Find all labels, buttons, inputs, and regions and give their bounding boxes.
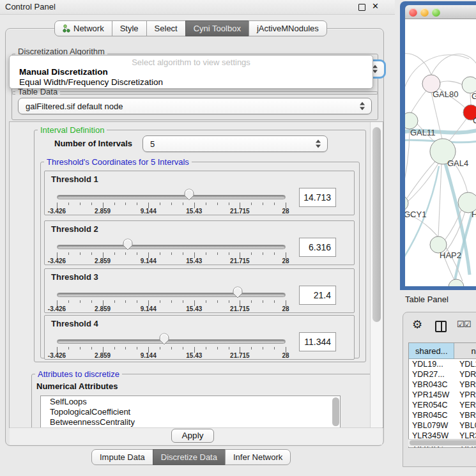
node-label: G — [472, 91, 476, 101]
table-row[interactable]: YBR045CYBR0 — [409, 410, 476, 420]
panel-scrollbar-thumb[interactable] — [372, 127, 381, 322]
threshold-label: Threshold 4 — [51, 319, 98, 328]
cell-name[interactable]: YER0 — [456, 400, 476, 410]
threshold-box: Threshold 3-3.4262.8599.14415.4321.71528… — [44, 268, 355, 313]
tab-jactivemnodules[interactable]: jActiveMNodules — [249, 20, 327, 36]
list-scrollbar-thumb[interactable] — [332, 397, 339, 426]
node-label: HAP2 — [440, 250, 461, 260]
table-hscrollbar-thumb[interactable] — [410, 440, 476, 445]
apply-button[interactable]: Apply — [171, 429, 214, 443]
column-header-shared-name[interactable]: shared... — [409, 343, 454, 359]
slider-track[interactable] — [57, 195, 286, 199]
slider-tick-labels: -3.4262.8599.14415.4321.71528 — [57, 208, 286, 215]
table-row[interactable]: YDR27...YDR2 — [409, 369, 476, 380]
node-table: shared... na YDL19...YDL1YDR27...YDR2YBR… — [408, 342, 476, 448]
slider-thumb[interactable] — [122, 238, 134, 250]
maximize-traffic-light[interactable] — [432, 8, 440, 17]
node-label: GAL4 — [447, 158, 468, 168]
tab-label: Style — [120, 24, 139, 33]
tab-cyni-toolbox[interactable]: Cyni Toolbox — [185, 20, 249, 36]
dropdown-option[interactable]: Equal Width/Frequency Discretization — [12, 77, 371, 88]
checkboxes-icon[interactable]: ☑☑ — [457, 319, 470, 329]
threshold-box: Threshold 4-3.4262.8599.14415.4321.71528… — [44, 315, 355, 360]
network-window-titlebar — [405, 5, 476, 19]
threshold-value-field[interactable]: 6.316 — [299, 238, 336, 257]
slider-track[interactable] — [57, 245, 286, 249]
cell-shared-name[interactable]: YDR27... — [409, 369, 456, 380]
float-window-icon[interactable] — [358, 4, 365, 11]
tab-network[interactable]: Network — [54, 20, 112, 36]
cell-shared-name[interactable]: YBR043C — [409, 380, 456, 390]
slider-thumb[interactable] — [183, 188, 195, 201]
cell-name[interactable]: YBR0 — [456, 380, 476, 390]
node-label: C — [473, 116, 476, 125]
slider-track[interactable] — [57, 293, 286, 297]
panel-title: Control Panel — [5, 2, 56, 12]
slider-thumb[interactable] — [158, 332, 170, 345]
table-body: YDL19...YDL1YDR27...YDR2YBR043CYBR0YPR14… — [409, 359, 476, 448]
tab-label: Network — [73, 24, 104, 33]
cell-name[interactable]: YDL1 — [456, 359, 476, 369]
tab-label: Select — [155, 24, 178, 33]
number-of-intervals-combobox[interactable]: 5 — [142, 135, 328, 152]
tab-label: Discretize Data — [161, 452, 217, 462]
cell-name[interactable]: YPR1 — [456, 390, 476, 400]
table-data-combobox-value: galFiltered.sif default node — [26, 102, 123, 111]
threshold-value-field[interactable]: 11.344 — [299, 332, 336, 351]
table-row[interactable]: YBR043CYBR0 — [409, 380, 476, 390]
table-row[interactable]: YER054CYER0 — [409, 400, 476, 410]
network-node-gcy1[interactable] — [405, 196, 408, 211]
network-node[interactable] — [449, 279, 464, 286]
threshold-value-field[interactable]: 14.713 — [299, 188, 336, 207]
threshold-value-field[interactable]: 21.4 — [299, 286, 336, 305]
tab-select[interactable]: Select — [146, 20, 186, 36]
minimize-traffic-light[interactable] — [420, 8, 429, 17]
slider-tick-labels: -3.4262.8599.14415.4321.71528 — [57, 257, 286, 265]
node-label: GAL11 — [410, 128, 436, 137]
table-header-row: shared... na — [409, 343, 476, 359]
cell-shared-name[interactable]: YBR045C — [409, 410, 456, 420]
cell-name[interactable]: YBR0 — [456, 410, 476, 420]
close-icon[interactable]: ✕ — [372, 1, 379, 11]
slider-tick-labels: -3.4262.8599.14415.4321.71528 — [57, 352, 286, 359]
table-row[interactable]: YDL19...YDL1 — [409, 359, 476, 369]
threshold-box: Threshold 1-3.4262.8599.14415.4321.71528… — [44, 171, 355, 215]
cell-name[interactable]: YBL0 — [456, 420, 476, 431]
panel-scrollbar-track[interactable] — [370, 122, 383, 427]
attribute-list-item[interactable]: SelfLoops — [41, 396, 340, 406]
cell-shared-name[interactable]: YPR145W — [409, 390, 456, 400]
threshold-label: Threshold 3 — [51, 272, 98, 282]
network-view-window: GAL80GCGAL11GAL4GCY1HHAP2 — [400, 1, 476, 290]
slider-tick-labels: -3.4262.8599.14415.4321.71528 — [57, 305, 286, 312]
slider-thumb[interactable] — [232, 286, 243, 298]
node-label: H — [472, 210, 476, 219]
interval-definition-title: Interval Definition — [38, 125, 107, 135]
table-row[interactable]: YBL079WYBL0 — [409, 420, 476, 431]
network-canvas[interactable]: GAL80GCGAL11GAL4GCY1HHAP2 — [405, 19, 476, 286]
column-header-name[interactable]: na — [454, 343, 476, 359]
tab-infer-network[interactable]: Infer Network — [225, 449, 291, 465]
tab-impute-data[interactable]: Impute Data — [91, 449, 153, 465]
network-node-gal11[interactable] — [405, 112, 418, 129]
cell-name[interactable]: YDR2 — [456, 369, 476, 380]
attribute-list-item[interactable]: BetweennessCentrality — [41, 417, 340, 427]
split-column-icon[interactable] — [435, 321, 447, 332]
network-graph[interactable]: GAL80GCGAL11GAL4GCY1HHAP2 — [405, 19, 476, 286]
table-data-combobox[interactable]: galFiltered.sif default node — [18, 98, 372, 114]
dropdown-option[interactable]: Manual Discretization — [12, 67, 371, 77]
numerical-attributes-list[interactable]: SelfLoopsTopologicalCoefficientBetweenne… — [40, 395, 341, 428]
tab-discretize-data[interactable]: Discretize Data — [153, 449, 226, 465]
table-row[interactable]: YPR145WYPR1 — [409, 390, 476, 400]
attribute-list-item[interactable]: TopologicalCoefficient — [41, 406, 340, 417]
close-traffic-light[interactable] — [409, 8, 417, 17]
table-hscrollbar-track[interactable] — [408, 439, 476, 447]
tab-style[interactable]: Style — [112, 20, 147, 36]
tab-label: Cyni Toolbox — [194, 24, 241, 33]
bottom-tab-bar: Impute DataDiscretize DataInfer Network — [91, 449, 291, 465]
cell-shared-name[interactable]: YER054C — [409, 400, 456, 410]
cell-shared-name[interactable]: YDL19... — [409, 359, 456, 369]
slider-track[interactable] — [57, 339, 286, 344]
tab-label: Infer Network — [233, 452, 282, 462]
gear-icon[interactable]: ⚙ — [412, 318, 422, 332]
cell-shared-name[interactable]: YBL079W — [409, 420, 456, 431]
